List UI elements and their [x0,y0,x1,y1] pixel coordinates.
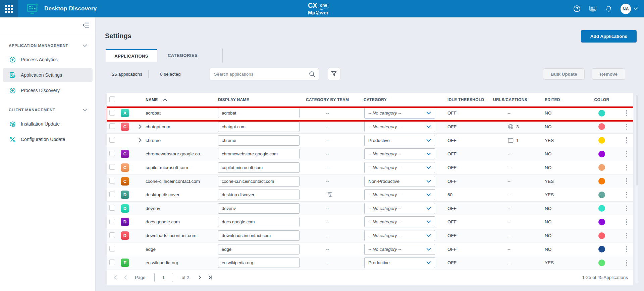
color-dot[interactable] [598,260,605,266]
row-checkbox[interactable] [109,178,115,184]
sidebar-item-configuration-update[interactable]: Configuration Update [3,132,93,146]
color-dot[interactable] [598,151,605,157]
color-dot[interactable] [598,205,605,212]
category-select[interactable]: -- No category -- [364,121,435,132]
row-checkbox[interactable] [109,151,115,156]
select-all-checkbox[interactable] [109,96,115,102]
display-name-input[interactable] [218,135,300,146]
sidebar-item-installation-update[interactable]: Installation Update [3,117,93,131]
first-page-icon[interactable] [113,275,118,280]
row-checkbox[interactable] [109,219,115,224]
category-select[interactable]: -- No category -- [364,189,435,200]
color-dot[interactable] [598,232,605,239]
display-name-input[interactable] [218,258,300,268]
color-dot[interactable] [598,137,605,144]
display-name-input[interactable] [218,217,300,227]
color-dot[interactable] [598,178,605,185]
search-icon[interactable] [309,71,315,79]
row-checkbox[interactable] [109,246,115,251]
table-row: D docs.google.com -- -- No category -- O… [107,215,633,229]
help-icon[interactable] [573,5,581,12]
row-checkbox[interactable] [109,260,115,265]
display-name-input[interactable] [218,203,300,214]
display-name-input[interactable] [218,230,300,241]
table-scrollbar[interactable] [635,94,638,283]
user-menu[interactable]: NA [621,4,638,14]
row-menu-icon[interactable] [620,245,633,253]
row-checkbox[interactable] [109,205,115,211]
collapse-sidebar-icon[interactable] [82,22,90,28]
page-number-input[interactable] [154,273,173,282]
search-input[interactable] [210,68,319,80]
color-dot[interactable] [598,123,605,130]
display-name-input[interactable] [218,176,300,187]
row-checkbox[interactable] [109,123,115,129]
display-name-input[interactable] [218,162,300,173]
row-menu-icon[interactable] [620,150,633,158]
row-menu-icon[interactable] [620,163,633,172]
sidebar-item-label: Configuration Update [21,137,65,142]
expand-row-icon[interactable] [136,138,144,143]
category-select[interactable]: -- No category -- [364,107,435,119]
row-menu-icon[interactable] [620,191,633,199]
sidebar-section-header[interactable]: APPLICATION MANAGEMENT [0,42,95,49]
row-checkbox[interactable] [109,110,115,116]
row-menu-icon[interactable] [620,218,633,226]
notifications-bell-icon[interactable] [605,5,612,12]
sidebar-item-process-analytics[interactable]: Process Analytics [3,53,93,67]
expand-row-icon[interactable] [136,124,144,129]
category-select[interactable]: -- No category -- [364,230,435,241]
category-select[interactable]: -- No category -- [364,162,435,173]
category-select[interactable]: -- No category -- [364,203,435,214]
category-select[interactable]: Non-Productive [364,176,435,187]
tab-categories[interactable]: CATEGORIES [157,49,208,62]
app-icon: A [121,109,129,117]
tab-applications[interactable]: APPLICATIONS [106,49,157,62]
category-select[interactable]: -- No category -- [364,148,435,159]
app-launcher-button[interactable] [0,0,18,17]
urls-captions-cell: -- [489,233,540,238]
bulk-update-button[interactable]: Bulk Update [543,68,585,80]
row-menu-icon[interactable] [620,231,633,240]
display-name-input[interactable] [218,244,300,254]
edited-value: YES [540,138,584,143]
row-menu-icon[interactable] [620,177,633,186]
sidebar-item-process-discovery[interactable]: Process Discovery [3,83,93,97]
urls-captions-cell: 3 [489,124,540,130]
sidebar-section-header[interactable]: CLIENT MANAGEMENT [0,106,95,114]
display-name-input[interactable] [218,190,300,200]
row-menu-icon[interactable] [620,259,633,267]
row-menu-icon[interactable] [620,123,633,131]
category-select[interactable]: Productive [364,135,435,146]
row-menu-icon[interactable] [620,136,633,145]
screen-share-icon[interactable] [589,5,597,13]
avatar[interactable]: NA [621,4,631,14]
category-select[interactable]: -- No category -- [364,244,435,255]
remove-button[interactable]: Remove [592,68,625,80]
color-dot[interactable] [598,110,605,117]
previous-page-icon[interactable] [123,275,127,280]
last-page-icon[interactable] [207,275,213,280]
filter-button[interactable] [328,68,340,80]
sidebar-item-application-settings[interactable]: Application Settings [3,68,93,82]
color-dot[interactable] [598,219,605,225]
display-name-input[interactable] [218,108,300,118]
category-select[interactable]: -- No category -- [364,216,435,227]
next-page-icon[interactable] [198,275,202,280]
row-checkbox[interactable] [109,192,115,197]
display-name-input[interactable] [218,122,300,132]
color-dot[interactable] [598,246,605,252]
row-checkbox[interactable] [109,164,115,170]
row-menu-icon[interactable] [620,204,633,213]
color-dot[interactable] [598,164,605,171]
add-applications-button[interactable]: Add Applications [581,30,637,43]
row-checkbox[interactable] [109,137,115,143]
category-select[interactable]: Productive [364,257,435,268]
color-dot[interactable] [598,192,605,198]
row-menu-icon[interactable] [620,109,633,118]
app-icon: C [121,150,129,158]
column-header-name[interactable]: NAME [144,97,217,102]
row-checkbox[interactable] [109,232,115,238]
configuration-update-icon [9,136,16,143]
display-name-input[interactable] [218,149,300,159]
